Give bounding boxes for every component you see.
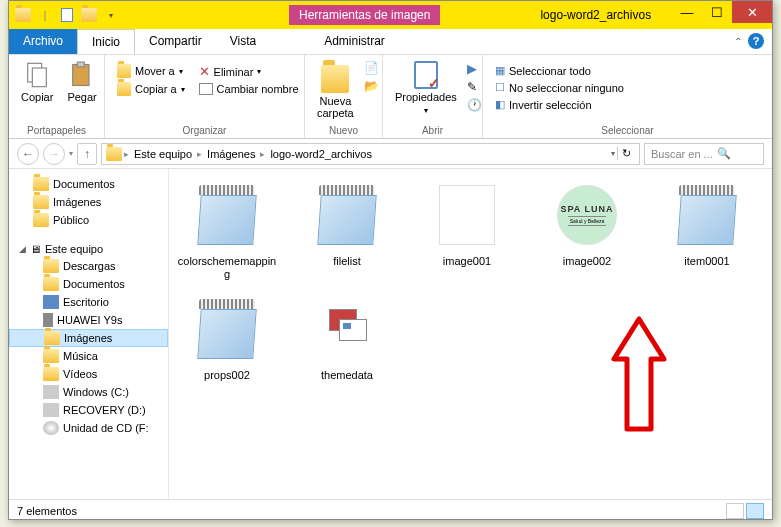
search-input[interactable]: Buscar en ... 🔍 (644, 143, 764, 165)
rename-icon (199, 83, 213, 95)
copy-icon (23, 61, 51, 89)
nav-drive-c[interactable]: Windows (C:) (9, 383, 168, 401)
invert-selection-button[interactable]: ◧Invertir selección (491, 97, 628, 112)
refresh-icon[interactable]: ↻ (617, 147, 635, 160)
nav-phone[interactable]: HUAWEI Y9s (9, 311, 168, 329)
select-all-button[interactable]: ▦Seleccionar todo (491, 63, 628, 78)
nav-documents-pc[interactable]: Documentos (9, 275, 168, 293)
qat-sep: | (35, 6, 55, 24)
desktop-icon (43, 295, 59, 309)
up-button[interactable]: ↑ (77, 143, 97, 165)
nav-public[interactable]: Público (9, 211, 168, 229)
group-new-label: Nuevo (305, 125, 382, 136)
nav-cd[interactable]: Unidad de CD (F: (9, 419, 168, 437)
phone-icon (43, 313, 53, 327)
file-list[interactable]: colorschememapping filelist image001 SPA… (169, 169, 772, 499)
folder-icon[interactable] (13, 6, 33, 24)
nav-images[interactable]: Imágenes (9, 329, 168, 347)
tab-home[interactable]: Inicio (77, 29, 135, 54)
forward-button[interactable]: → (43, 143, 65, 165)
recent-dropdown-icon[interactable]: ▾ (69, 149, 73, 158)
copy-to-button[interactable]: Copiar a▾ (113, 81, 189, 97)
nav-this-pc[interactable]: ◢🖥Este equipo (9, 241, 168, 257)
file-props002[interactable]: props002 (177, 293, 277, 382)
pc-icon: 🖥 (30, 243, 41, 255)
crumb-current[interactable]: logo-word2_archivos (267, 148, 375, 160)
ribbon-tabs: Archivo Inicio Compartir Vista Administr… (9, 29, 772, 55)
rename-button[interactable]: Cambiar nombre (195, 82, 303, 96)
drive-icon (43, 385, 59, 399)
group-select-label: Seleccionar (483, 125, 772, 136)
easy-access-icon[interactable]: 📂 (364, 79, 379, 93)
tab-share[interactable]: Compartir (135, 29, 216, 54)
context-tab[interactable]: Herramientas de imagen (289, 5, 440, 25)
paste-icon (68, 61, 96, 89)
paste-button[interactable]: Pegar (63, 59, 100, 105)
search-icon: 🔍 (717, 147, 731, 160)
ribbon: Copiar Pegar Portapapeles Mover a▾ Copia… (9, 55, 772, 139)
nav-music[interactable]: Música (9, 347, 168, 365)
minimize-button[interactable]: — (672, 1, 702, 23)
nav-downloads[interactable]: Descargas (9, 257, 168, 275)
new-folder-button[interactable]: Nueva carpeta (313, 59, 358, 121)
new-folder-icon (321, 65, 349, 93)
explorer-window: | ▾ Herramientas de imagen logo-word2_ar… (8, 0, 773, 520)
blank-image-icon (439, 185, 495, 245)
quick-access-toolbar: | ▾ (9, 6, 121, 24)
item-count: 7 elementos (17, 505, 77, 517)
notepad-icon (679, 185, 735, 245)
copy-button[interactable]: Copiar (17, 59, 57, 105)
file-item0001[interactable]: item0001 (657, 179, 757, 281)
qat-dropdown-icon[interactable]: ▾ (101, 6, 121, 24)
annotation-arrow (599, 309, 679, 439)
location-icon (106, 147, 122, 161)
properties-button[interactable]: Propiedades ▾ (391, 59, 461, 118)
address-dropdown-icon[interactable]: ▾ (611, 149, 615, 158)
crumb-images[interactable]: Imágenes (204, 148, 258, 160)
nav-videos[interactable]: Vídeos (9, 365, 168, 383)
spa-logo-icon: SPA LUNASalud y Belleza (557, 185, 617, 245)
nav-images-fav[interactable]: Imágenes (9, 193, 168, 211)
open-icon[interactable]: ▶ (467, 61, 482, 76)
close-button[interactable]: ✕ (732, 1, 772, 23)
drive-icon (43, 403, 59, 417)
tab-file[interactable]: Archivo (9, 29, 77, 54)
group-clipboard-label: Portapapeles (9, 125, 104, 136)
view-icons-button[interactable] (746, 503, 764, 519)
new-item-icon[interactable]: 📄 (364, 61, 379, 75)
tab-view[interactable]: Vista (216, 29, 270, 54)
window-title: logo-word2_archivos (530, 5, 661, 25)
file-colorschememapping[interactable]: colorschememapping (177, 179, 277, 281)
maximize-button[interactable]: ☐ (702, 1, 732, 23)
nav-documents[interactable]: Documentos (9, 175, 168, 193)
nav-drive-d[interactable]: RECOVERY (D:) (9, 401, 168, 419)
delete-button[interactable]: ✕Eliminar▾ (195, 63, 303, 80)
navigation-pane[interactable]: Documentos Imágenes Público ◢🖥Este equip… (9, 169, 169, 499)
properties-icon (414, 61, 438, 89)
breadcrumbs[interactable]: ▸ Este equipo▸ Imágenes▸ logo-word2_arch… (101, 143, 640, 165)
crumb-pc[interactable]: Este equipo (131, 148, 195, 160)
file-themedata[interactable]: themedata (297, 293, 397, 382)
titlebar: | ▾ Herramientas de imagen logo-word2_ar… (9, 1, 772, 29)
svg-rect-2 (73, 65, 89, 86)
view-details-button[interactable] (726, 503, 744, 519)
help-icon[interactable]: ? (748, 33, 764, 49)
nav-desktop[interactable]: Escritorio (9, 293, 168, 311)
edit-icon[interactable]: ✎ (467, 80, 482, 94)
properties-icon[interactable] (57, 6, 77, 24)
select-none-button[interactable]: ☐No seleccionar ninguno (491, 80, 628, 95)
history-icon[interactable]: 🕐 (467, 98, 482, 112)
delete-icon: ✕ (199, 64, 210, 79)
file-image002[interactable]: SPA LUNASalud y Belleza image002 (537, 179, 637, 281)
back-button[interactable]: ← (17, 143, 39, 165)
tab-manage[interactable]: Administrar (310, 29, 399, 54)
expand-icon[interactable]: ◢ (19, 244, 26, 254)
open-folder-icon[interactable] (79, 6, 99, 24)
file-image001[interactable]: image001 (417, 179, 517, 281)
ribbon-collapse-icon[interactable]: ⌃ (734, 36, 742, 47)
move-to-button[interactable]: Mover a▾ (113, 63, 189, 79)
cd-icon (43, 421, 59, 435)
theme-icon (325, 309, 369, 349)
file-filelist[interactable]: filelist (297, 179, 397, 281)
notepad-icon (319, 185, 375, 245)
